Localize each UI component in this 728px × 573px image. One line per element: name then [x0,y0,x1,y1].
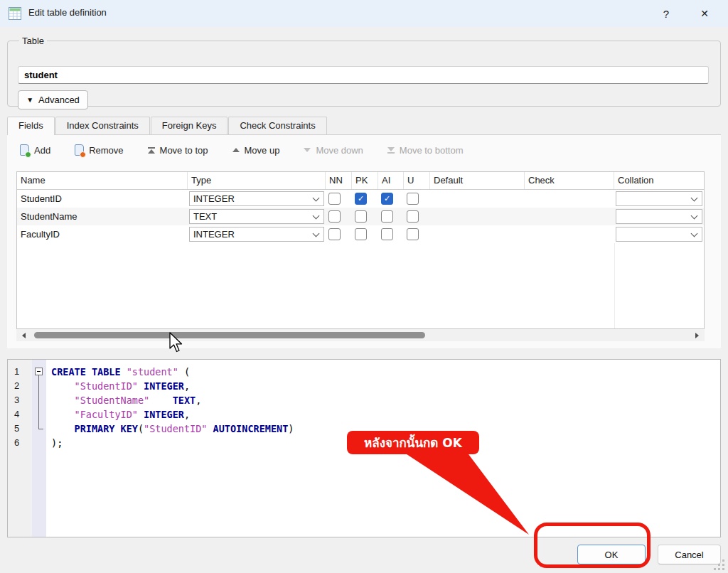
check-cell[interactable] [525,208,614,225]
advanced-button[interactable]: ▼ Advanced [18,90,88,109]
column-header-u: U [404,172,430,189]
tab-check-constraints[interactable]: Check Constraints [228,117,326,134]
remove-button[interactable]: Remove [75,144,123,156]
field-name-cell[interactable]: StudentName [17,208,188,225]
nn-checkbox[interactable] [328,193,341,205]
move-up-button[interactable]: Move up [232,145,280,156]
table-name-input[interactable] [18,66,709,84]
tab-foreign-keys[interactable]: Foreign Keys [151,117,228,134]
column-header-default: Default [430,172,525,189]
u-checkbox[interactable] [407,193,419,205]
cancel-button[interactable]: Cancel [658,545,721,564]
move-up-icon [232,148,240,152]
pk-checkbox[interactable] [355,210,367,223]
add-file-icon [20,144,29,156]
u-checkbox[interactable] [407,228,419,240]
chevron-down-icon [313,230,320,237]
ai-checkbox[interactable] [381,193,393,205]
line-number: 6 [8,436,32,450]
field-name-cell[interactable]: StudentID [17,190,188,208]
tab-fields[interactable]: Fields [7,117,55,135]
sql-code-text: CREATE TABLE "student" ( [46,365,190,379]
titlebar: Edit table definition ? ✕ [0,0,728,27]
move-to-bottom-button: Move to bottom [387,145,464,156]
grid-header-row: NameTypeNNPKAIUDefaultCheckCollation [17,172,704,190]
chevron-down-icon [691,213,698,220]
pk-checkbox[interactable] [355,193,367,205]
horizontal-scrollbar[interactable] [16,329,705,341]
add-button[interactable]: Add [20,144,50,156]
default-cell[interactable] [430,190,525,208]
scroll-left-icon[interactable] [22,333,26,338]
column-header-nn: NN [326,172,352,189]
nn-checkbox[interactable] [328,228,341,240]
table-group-legend: Table [19,36,47,46]
field-row: StudentNameTEXT [17,208,704,225]
move-down-button: Move down [304,145,363,156]
move-down-icon [304,148,311,152]
fields-toolbar: AddRemoveMove to topMove upMove downMove… [20,144,463,156]
scrollbar-thumb[interactable] [34,332,425,338]
triangle-down-icon: ▼ [26,97,33,104]
move-bottom-icon [387,147,395,154]
column-header-type: Type [188,172,326,189]
fold-marker [32,436,46,450]
toolbar-label: Move to bottom [400,145,464,156]
sql-code-text: "FacultyID" INTEGER, [46,407,190,422]
toolbar-label: Move up [245,145,280,156]
move-top-icon [148,147,155,154]
fold-marker [32,422,46,436]
u-checkbox[interactable] [407,210,419,223]
sql-line: 5 PRIMARY KEY("StudentID" AUTOINCREMENT) [8,422,720,436]
fold-marker [32,393,46,407]
chevron-down-icon [691,230,698,237]
close-icon[interactable]: ✕ [690,0,719,27]
pk-checkbox[interactable] [355,228,367,240]
line-number: 2 [8,379,32,393]
edit-table-definition-dialog: Edit table definition ? ✕ Table ▼ Advanc… [0,0,728,573]
check-cell[interactable] [525,190,614,208]
help-button[interactable]: ? [651,0,681,27]
field-row: StudentIDINTEGER [17,190,704,208]
collation-combobox[interactable] [616,227,702,242]
fields-panel: AddRemoveMove to topMove upMove downMove… [7,134,721,348]
advanced-label: Advanced [38,95,80,105]
fold-collapse-icon[interactable] [32,365,46,379]
toolbar-label: Remove [89,145,123,156]
sql-code-text: ); [46,436,63,450]
resize-grip-icon[interactable] [714,559,725,571]
ai-checkbox[interactable] [381,228,393,240]
fold-marker [32,407,46,422]
toolbar-label: Move to top [160,145,208,156]
move-to-top-button[interactable]: Move to top [148,145,208,156]
default-cell[interactable] [430,225,525,243]
line-number: 4 [8,407,32,422]
sql-line: 6); [8,436,720,450]
check-cell[interactable] [525,225,614,243]
sql-code-text: "StudentName" TEXT, [46,393,201,407]
fields-grid: NameTypeNNPKAIUDefaultCheckCollation Stu… [16,171,705,329]
field-row: FacultyIDINTEGER [17,225,704,243]
toolbar-label: Move down [316,145,363,156]
tab-index-constraints[interactable]: Index Constraints [55,117,150,134]
toolbar-label: Add [34,145,50,156]
nn-checkbox[interactable] [328,210,341,223]
column-header-check: Check [525,172,614,189]
collation-combobox[interactable] [616,209,702,224]
ai-checkbox[interactable] [381,210,393,223]
column-header-ai: AI [378,172,404,189]
field-name-cell[interactable]: FacultyID [17,225,188,243]
type-combobox[interactable]: INTEGER [189,191,324,206]
column-separator [614,243,615,328]
tab-bar: FieldsIndex ConstraintsForeign KeysCheck… [7,117,328,135]
type-combobox[interactable]: TEXT [189,209,324,224]
type-combobox[interactable]: INTEGER [189,227,324,242]
scroll-right-icon[interactable] [695,333,699,338]
ok-button[interactable]: OK [577,545,646,564]
table-icon [9,7,21,20]
dialog-title: Edit table definition [28,7,107,18]
sql-preview-editor: 1CREATE TABLE "student" (2 "StudentID" I… [7,359,721,537]
sql-code-text: "StudentID" INTEGER, [46,379,190,393]
default-cell[interactable] [430,208,525,225]
collation-combobox[interactable] [616,191,702,206]
